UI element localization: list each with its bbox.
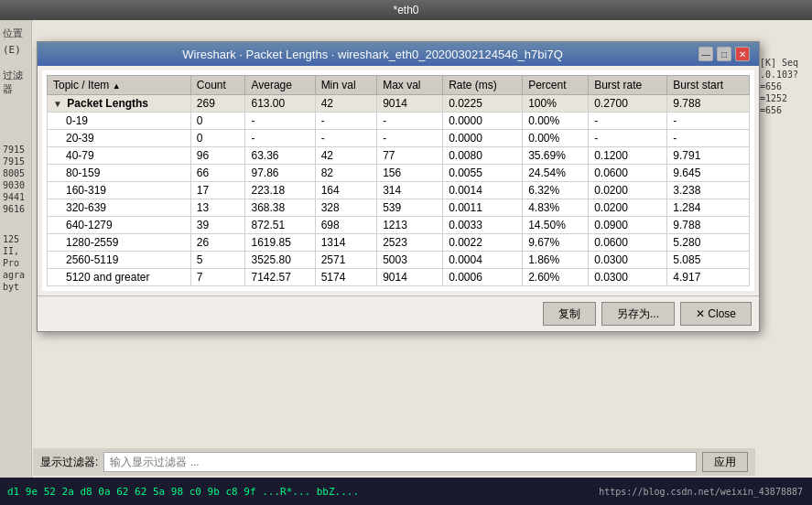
packet-lengths-table: Topic / Item Count Average Min val Max v… xyxy=(47,75,750,286)
cell-topic: 1280-2559 xyxy=(48,234,191,252)
cell-count: 0 xyxy=(190,113,245,130)
bg-text1: II, xyxy=(0,245,31,257)
cell-rate: 0.0080 xyxy=(443,147,523,165)
cell-percent: 4.83% xyxy=(523,199,589,217)
cell-min: - xyxy=(315,130,377,147)
cell-min: - xyxy=(315,113,377,130)
cell-max: - xyxy=(377,130,443,147)
cell-percent: 24.54% xyxy=(523,165,589,182)
cell-burst-start: 3.238 xyxy=(667,182,750,199)
cell-percent: 0.00% xyxy=(523,113,589,130)
filter-display-label: 显示过滤器: xyxy=(40,455,98,470)
cell-max: 314 xyxy=(377,182,443,199)
cell-max: 2523 xyxy=(377,234,443,252)
cell-percent: 2.60% xyxy=(523,269,589,286)
cell-max: 9014 xyxy=(377,269,443,286)
expand-icon[interactable]: ▼ xyxy=(53,99,64,109)
cell-average: 872.51 xyxy=(245,217,315,234)
cell-burst-start: 9.788 xyxy=(667,217,750,234)
cell-rate: 0.0006 xyxy=(443,269,523,286)
cell-average: 368.38 xyxy=(245,199,315,217)
table-row[interactable]: 2560-5119 5 3525.80 2571 5003 0.0004 1.8… xyxy=(48,252,750,269)
table-row[interactable]: 320-639 13 368.38 328 539 0.0011 4.83% 0… xyxy=(48,199,750,217)
cell-rate: 0.0055 xyxy=(443,165,523,182)
cell-average: 1619.85 xyxy=(245,234,315,252)
col-average[interactable]: Average xyxy=(245,76,315,95)
cell-count: 5 xyxy=(190,252,245,269)
cell-topic: 0-19 xyxy=(48,113,191,130)
bg-num4: 9030 xyxy=(0,179,31,191)
cell-count: 39 xyxy=(190,217,245,234)
cell-min: 328 xyxy=(315,199,377,217)
cell-count: 96 xyxy=(190,147,245,165)
table-row[interactable]: 1280-2559 26 1619.85 1314 2523 0.0022 9.… xyxy=(48,234,750,252)
cell-rate: 0.0225 xyxy=(443,95,523,113)
cell-count: 7 xyxy=(190,269,245,286)
cell-burst-rate: 0.0600 xyxy=(589,165,667,182)
bg-title-bar: *eth0 xyxy=(0,0,812,20)
cell-count: 17 xyxy=(190,182,245,199)
table-row[interactable]: 40-79 96 63.36 42 77 0.0080 35.69% 0.120… xyxy=(48,147,750,165)
dialog-close-button[interactable]: ✕ xyxy=(735,47,750,61)
cell-min: 164 xyxy=(315,182,377,199)
cell-max: 1213 xyxy=(377,217,443,234)
cell-percent: 14.50% xyxy=(523,217,589,234)
cell-burst-rate: 0.2700 xyxy=(589,95,667,113)
bg-window-title: *eth0 xyxy=(393,4,418,16)
col-percent[interactable]: Percent xyxy=(523,76,589,95)
save-as-button[interactable]: 另存为... xyxy=(601,302,675,326)
cell-max: 156 xyxy=(377,165,443,182)
bg-right2: .0.103? xyxy=(757,69,812,81)
cell-count: 269 xyxy=(190,95,245,113)
table-row[interactable]: 5120 and greater 7 7142.57 5174 9014 0.0… xyxy=(48,269,750,286)
cell-max: 9014 xyxy=(377,95,443,113)
table-row[interactable]: 80-159 66 97.86 82 156 0.0055 24.54% 0.0… xyxy=(48,165,750,182)
cell-burst-start: 5.280 xyxy=(667,234,750,252)
col-min-val[interactable]: Min val xyxy=(315,76,377,95)
cell-burst-rate: 0.0300 xyxy=(589,269,667,286)
cell-topic: 160-319 xyxy=(48,182,191,199)
cell-burst-start: 9.645 xyxy=(667,165,750,182)
cell-average: 97.86 xyxy=(245,165,315,182)
copy-button[interactable]: 复制 xyxy=(543,302,596,326)
table-row[interactable]: 20-39 0 - - - 0.0000 0.00% - - xyxy=(48,130,750,147)
col-burst-start[interactable]: Burst start xyxy=(667,76,750,95)
col-max-val[interactable]: Max val xyxy=(377,76,443,95)
cell-burst-rate: - xyxy=(589,130,667,147)
maximize-button[interactable]: □ xyxy=(717,47,731,61)
cell-average: 223.18 xyxy=(245,182,315,199)
col-topic[interactable]: Topic / Item xyxy=(48,76,191,95)
apply-filter-button[interactable]: 应用 xyxy=(702,452,748,472)
table-row[interactable]: ▼ Packet Lengths 269 613.00 42 9014 0.02… xyxy=(48,95,750,113)
col-rate[interactable]: Rate (ms) xyxy=(443,76,523,95)
bg-text2: Pro xyxy=(0,257,31,269)
cell-percent: 6.32% xyxy=(523,182,589,199)
cell-percent: 1.86% xyxy=(523,252,589,269)
table-row[interactable]: 160-319 17 223.18 164 314 0.0014 6.32% 0… xyxy=(48,182,750,199)
cell-burst-rate: 0.0900 xyxy=(589,217,667,234)
cell-average: 7142.57 xyxy=(245,269,315,286)
cell-topic: 320-639 xyxy=(48,199,191,217)
table-row[interactable]: 0-19 0 - - - 0.0000 0.00% - - xyxy=(48,113,750,130)
close-button[interactable]: ✕ Close xyxy=(680,302,752,326)
cell-burst-start: 1.284 xyxy=(667,199,750,217)
col-count[interactable]: Count xyxy=(190,76,245,95)
minimize-button[interactable]: — xyxy=(698,47,713,61)
cell-max: - xyxy=(377,113,443,130)
cell-min: 698 xyxy=(315,217,377,234)
title-buttons: — □ ✕ xyxy=(698,47,750,61)
cell-count: 26 xyxy=(190,234,245,252)
bg-num2: 7915 xyxy=(0,156,31,167)
col-burst-rate[interactable]: Burst rate xyxy=(589,76,667,95)
cell-burst-rate: - xyxy=(589,113,667,130)
cell-burst-rate: 0.0300 xyxy=(589,252,667,269)
dialog-title-text: Wireshark · Packet Lengths · wireshark_e… xyxy=(47,48,698,61)
cell-rate: 0.0004 xyxy=(443,252,523,269)
table-row[interactable]: 640-1279 39 872.51 698 1213 0.0033 14.50… xyxy=(48,217,750,234)
cell-rate: 0.0011 xyxy=(443,199,523,217)
bg-left-e: (E) xyxy=(0,42,31,58)
filter-display-input[interactable] xyxy=(103,452,697,472)
data-table-container: Topic / Item Count Average Min val Max v… xyxy=(42,70,754,291)
cell-percent: 9.67% xyxy=(523,234,589,252)
cell-burst-start: 9.788 xyxy=(667,95,750,113)
